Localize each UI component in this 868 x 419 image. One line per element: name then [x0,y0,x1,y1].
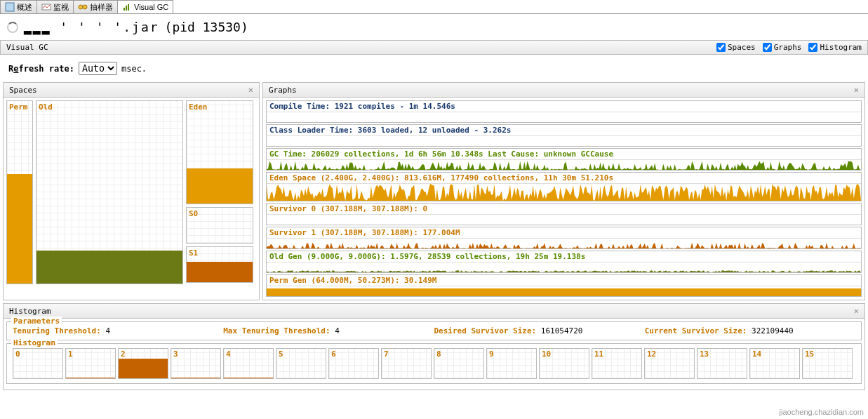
refresh-unit: msec. [121,64,147,74]
check-spaces[interactable]: Spaces [716,43,756,52]
section-title: Visual GC [6,43,48,52]
overview-icon [5,2,15,12]
top-tabs: 概述 监视 抽样器 Visual GC [0,0,868,14]
histogram-bucket: 1 [65,348,116,379]
sampler-icon [78,2,88,12]
spaces-title: Spaces [9,86,37,95]
histogram-bucket: 12 [644,348,695,379]
graph-classloader: Class Loader Time: 3603 loaded, 12 unloa… [266,124,862,147]
tab-label: Visual GC [134,3,168,11]
tab-sampler[interactable]: 抽样器 [73,0,118,13]
svg-point-2 [79,5,83,9]
svg-rect-0 [6,3,14,11]
histogram-bucket: 9 [486,348,537,379]
histogram-title: Histogram [9,307,51,316]
svg-point-3 [83,5,87,9]
graph-compile: Compile Time: 1921 compiles - 1m 14.546s [266,100,862,123]
close-icon[interactable]: ✕ [854,85,859,95]
spaces-panel: Spaces ✕ Perm Old Eden S0 [3,82,260,300]
graphs-panel: Graphs ✕ Compile Time: 1921 compiles - 1… [262,82,865,300]
refresh-row: Refresh rate: Auto msec. [0,55,868,82]
histogram-fieldset: Histogram 0123456789101112131415 [6,343,862,384]
svg-rect-4 [123,8,125,11]
tab-label: 抽样器 [90,2,113,13]
visualgc-icon [122,2,132,12]
svg-rect-6 [128,4,129,11]
histogram-bucket: 0 [13,348,63,379]
graph-surv1: Survivor 1 (307.188M, 307.188M): 177.004… [266,227,862,249]
histogram-bucket: 6 [328,348,379,379]
tab-label: 监视 [53,2,69,13]
perm-box: Perm [6,100,33,284]
s1-box: S1 [186,246,253,283]
jar-name: ▂▂▂ ' ' ' '.jar [24,20,159,34]
tab-monitor[interactable]: 监视 [36,0,74,13]
graph-gctime: GC Time: 206029 collections, 1d 6h 56m 1… [266,148,862,171]
histogram-bucket: 13 [697,348,747,379]
tab-visualgc[interactable]: Visual GC [117,0,173,13]
histogram-panel: Histogram ✕ Parameters Tenuring Threshol… [3,303,865,390]
graph-surv0: Survivor 0 (307.188M, 307.188M): 0 [266,203,862,225]
histogram-bucket: 5 [276,348,326,379]
monitor-icon [41,2,51,12]
refresh-select[interactable]: Auto [79,62,117,75]
tab-overview[interactable]: 概述 [0,0,37,13]
histogram-bucket: 15 [802,348,853,379]
pid: (pid 13530) [165,20,248,34]
histogram-bucket: 14 [749,348,800,379]
histogram-bucket: 7 [381,348,432,379]
graph-oldgen: Old Gen (9.000G, 9.000G): 1.597G, 28539 … [266,251,862,273]
visualgc-header: Visual GC Spaces Graphs Histogram [0,40,868,55]
tab-label: 概述 [17,2,32,13]
histogram-bucket: 2 [118,348,168,379]
watermark: jiaocheng.chazidian.com [780,408,864,416]
eden-box: Eden [186,100,253,204]
histogram-bucket: 3 [171,348,221,379]
graph-eden: Eden Space (2.400G, 2.400G): 813.616M, 1… [266,172,862,201]
view-toggles: Spaces Graphs Histogram [716,43,862,52]
graphs-title: Graphs [269,86,297,95]
loading-spinner-icon [7,22,18,33]
histogram-bucket: 11 [592,348,642,379]
s0-box: S0 [186,207,253,244]
histogram-bucket: 8 [434,348,484,379]
check-histogram[interactable]: Histogram [808,43,862,52]
graph-permgen: Perm Gen (64.000M, 50.273M): 30.149M [266,274,862,297]
check-graphs[interactable]: Graphs [763,43,802,52]
close-icon[interactable]: ✕ [854,306,859,316]
title-row: ▂▂▂ ' ' ' '.jar (pid 13530) [0,14,868,40]
histogram-bucket: 10 [539,348,589,379]
histogram-bucket: 4 [223,348,274,379]
parameters-fieldset: Parameters Tenuring Threshold: 4 Max Ten… [6,321,862,340]
old-box: Old [36,100,183,284]
close-icon[interactable]: ✕ [248,85,253,95]
svg-rect-5 [126,6,127,11]
